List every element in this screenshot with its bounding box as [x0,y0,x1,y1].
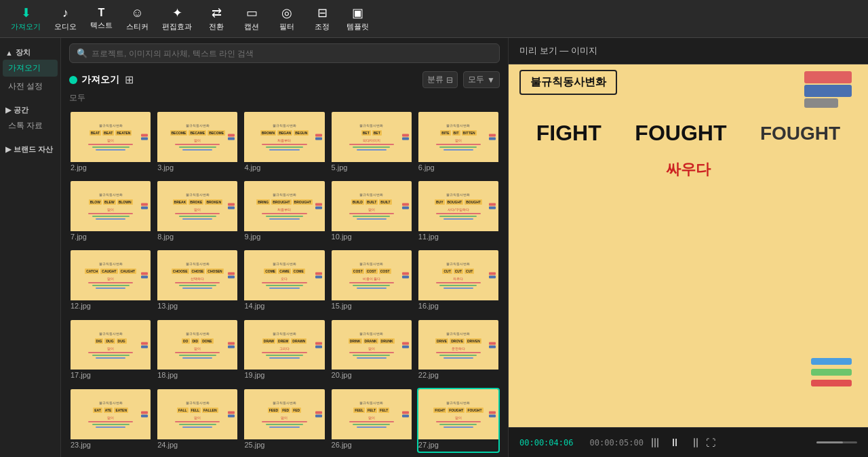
timeline-layout-btn[interactable] [694,438,698,448]
toolbar-item-import[interactable]: ⬇ 가져오기 [5,3,46,35]
image-item[interactable]: 불규칙동사변화 CATCHCAUGHTCAUGHT 없이 12.jpg [69,249,152,314]
sidebar-item-presets[interactable]: 사전 설정 [3,78,58,95]
sidebar-item-import[interactable]: 가져오기 [3,60,58,77]
all-btn[interactable]: 모두 ▼ [463,71,500,88]
sort-btn-label: 분류 [427,74,443,85]
thumb-bar-red [175,352,220,353]
thumb-header: 불규칙동사변화 [186,401,210,405]
image-name: 22.jpg [418,370,498,382]
progress-bar-blue [811,358,852,365]
thumb-words: BETBET [361,130,382,136]
sidebar-item-stock[interactable]: 스톡 자료 [3,117,58,134]
search-bar[interactable]: 🔍 [69,43,500,63]
thumb-stickers [228,134,235,140]
volume-slider[interactable] [816,441,857,443]
toolbar-item-filter[interactable]: ◎ 필터 [271,3,303,35]
image-item[interactable]: 불규칙동사변화 FEEDFEDFED 없이 25.jpg [243,388,326,453]
sidebar-space-label: 공간 [14,105,28,115]
image-item[interactable]: 불규칙동사변화 DRINKDRANKDRUNK 없이 20.jpg [330,319,413,384]
caption-icon: ▭ [246,5,258,20]
image-item[interactable]: 불규칙동사변화 BETBET 되다/이미지 5.jpg [330,111,413,176]
thumb-bar-blue [357,218,387,220]
image-item[interactable]: 불규칙동사변화 FEELFELTFELT 없이 26.jpg [330,388,413,453]
toolbar-item-caption[interactable]: ▭ 캡션 [235,3,268,35]
toolbar-item-text[interactable]: T 텍스트 [85,4,118,33]
thumb-words: BROWNBEGANBEGUN [260,130,309,136]
image-thumb-inner: 불규칙동사변화 BETBET 되다/이미지 [332,112,412,162]
thumb-words: BLOWBLEWBLOWN [89,199,133,205]
toolbar-filter-label: 필터 [279,22,294,32]
image-item[interactable]: 불규칙동사변화 EATATEEATEN 없이 23.jpg [69,388,152,453]
image-item[interactable]: 불규칙동사변화 COMECAMECOME 오다 14.jpg [243,249,326,314]
thumb-words: FEEDFEDFED [268,408,301,413]
thumb-bar-green [92,424,130,425]
thumb-meaning: 없이 [368,346,375,351]
image-item[interactable]: 불규칙동사변화 BECOMEBECAMEBECOME 없이 3.jpg [156,111,239,176]
image-thumb: 불규칙동사변화 BITEBITBITTEN 없이 [418,112,498,162]
thumb-stickers [402,203,409,210]
thumb-sticker-1 [489,203,496,206]
image-item[interactable]: 불규칙동사변화 BEATBEATBEATEN 없이 2.jpg [69,111,152,176]
image-item[interactable]: 불규칙동사변화 BUYBOUGHTBOUGHT 사다/구입하다 11.jpg [417,180,500,245]
sidebar-section-space-header[interactable]: ▶ 공간 [0,101,60,117]
image-item[interactable]: 불규칙동사변화 CHOOSECHOSECHOSEN 선택하다 13.jpg [156,249,239,314]
thumb-header: 불규칙동사변화 [359,262,383,266]
thumb-meaning: 처음부터 [277,138,291,142]
thumb-header: 불규칙동사변화 [99,401,123,405]
image-item[interactable]: 불규칙동사변화 DODIDDONE 없이 18.jpg [156,319,239,384]
image-thumb: 불규칙동사변화 DODIDDONE 없이 [157,320,237,370]
sort-btn[interactable]: 분류 ⊟ [422,71,458,88]
toolbar-item-adjust[interactable]: ⊟ 조정 [306,3,338,35]
thumb-sticker-1 [228,411,235,414]
toolbar-item-audio[interactable]: ♪ 오디오 [49,3,82,35]
thumb-sticker-1 [315,134,322,136]
toolbar: ⬇ 가져오기 ♪ 오디오 T 텍스트 ☺ 스티커 ✦ 편집효과 ⇄ 전환 ▭ 캡… [0,0,868,38]
thumb-meaning: 자르다 [453,277,463,281]
thumb-bar-blue [357,426,387,428]
toolbar-item-effects[interactable]: ✦ 편집효과 [157,3,197,35]
fullscreen-button[interactable]: ⛶ [706,437,715,448]
thumb-meaning: 되다/이미지 [363,138,380,142]
image-name: 25.jpg [244,439,324,452]
pause-button[interactable]: ⏸ [667,435,683,450]
preview-word2: FOUGHT [635,121,726,146]
image-name: 24.jpg [157,439,237,452]
image-thumb: 불규칙동사변화 BUILDBUILTBUILT 없이 [332,181,412,231]
image-item[interactable]: 불규칙동사변화 BITEBITBITTEN 없이 6.jpg [417,111,500,176]
thumb-header: 불규칙동사변화 [446,332,470,336]
image-name: 27.jpg [418,439,498,452]
image-thumb-inner: 불규칙동사변화 BITEBITBITTEN 없이 [418,112,498,162]
image-item[interactable]: 불규칙동사변화 DRIVEDROVEDRIVEN 운전하다 22.jpg [417,319,500,384]
search-input[interactable] [92,49,492,58]
image-name: 5.jpg [332,162,412,174]
sidebar-section-brand-header[interactable]: ▶ 브랜드 자산 [0,140,60,156]
image-item[interactable]: 불규칙동사변화 DRAWDREWDRAWN 그리다 19.jpg [243,319,326,384]
image-item[interactable]: 불규칙동사변화 BUILDBUILTBUILT 없이 10.jpg [330,180,413,245]
image-item[interactable]: 불규칙동사변화 BROWNBEGANBEGUN 처음부터 4.jpg [243,111,326,176]
panel-header: 가져오기 ⊞ 분류 ⊟ 모두 ▼ [61,68,508,92]
image-item[interactable]: 불규칙동사변화 DIGDUGDUG 없이 17.jpg [69,319,152,384]
image-item[interactable]: 불규칙동사변화 CUTCUTCUT 자르다 16.jpg [417,249,500,314]
image-item[interactable]: 불규칙동사변화 BREAKBROKEBROKEN 없이 8.jpg [156,180,239,245]
grid-view-icon[interactable]: ⊞ [125,73,134,86]
timeline-grid-btn[interactable] [652,438,658,448]
image-thumb-inner: 불규칙동사변화 BREAKBROKEBROKEN 없이 [157,181,237,231]
thumb-bar-red [436,213,481,214]
image-item[interactable]: 불규칙동사변화 BLOWBLEWBLOWN 없이 7.jpg [69,180,152,245]
thumb-header: 불규칙동사변화 [99,123,123,127]
toolbar-item-template[interactable]: ▣ 템플릿 [341,3,374,35]
image-item[interactable]: 불규칙동사변화 FALLFELLFALLEN 없이 24.jpg [156,388,239,453]
image-item[interactable]: 불규칙동사변화 BRINGBROUGHTBROUGHT 처음부터 9.jpg [243,180,326,245]
image-item[interactable]: 불규칙동사변화 COSTCOSTCOST 비용이 들다 15.jpg [330,249,413,314]
thumb-words: EATATEEATEN [93,408,128,413]
image-thumb: 불규칙동사변화 DRINKDRANKDRUNK 없이 [332,320,412,370]
toolbar-item-sticker[interactable]: ☺ 스티커 [121,3,154,35]
thumb-bar-green [92,216,130,217]
adjust-icon: ⊟ [317,5,328,20]
thumb-bar-red [436,352,481,353]
image-thumb: 불규칙동사변화 FEELFELTFELT 없이 [332,389,412,439]
image-item[interactable]: 불규칙동사변화 FIGHTFOUGHTFOUGHT 없이 27.jpg [417,388,500,453]
thumb-bar-green [179,146,216,148]
toolbar-item-transition[interactable]: ⇄ 전환 [200,3,233,35]
image-thumb: 불규칙동사변화 CATCHCAUGHTCAUGHT 없이 [71,250,151,300]
